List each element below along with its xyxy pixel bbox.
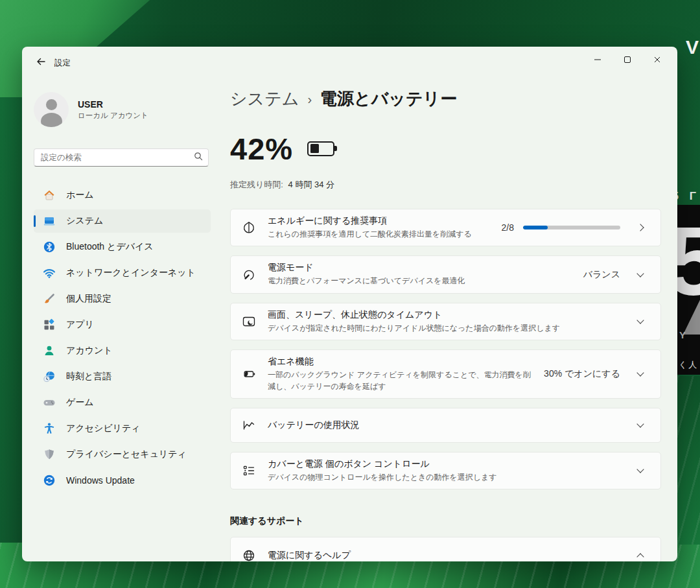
window-controls [583, 47, 672, 74]
bluetooth-icon [43, 241, 56, 253]
search-box[interactable] [34, 148, 209, 167]
apps-icon [43, 318, 56, 331]
background-text: く人 [679, 359, 698, 371]
card-screen-sleep-timeouts[interactable]: 画面、スリープ、休止状態のタイムアウト デバイスが指定された時間にわたりアイドル… [230, 303, 661, 340]
chevron-down-icon [629, 320, 651, 323]
sidebar-item-accounts[interactable]: アカウント [34, 339, 211, 362]
maximize-button[interactable] [612, 47, 642, 74]
screen-sleep-icon [242, 314, 268, 329]
chevron-down-icon [629, 424, 651, 427]
card-battery-usage[interactable]: バッテリーの使用状況 [230, 408, 661, 443]
sidebar-item-apps[interactable]: アプリ [34, 313, 211, 336]
chevron-up-icon [629, 552, 651, 559]
sidebar-item-privacy-security[interactable]: プライバシーとセキュリティ [34, 443, 211, 466]
background-window-fragment: V [686, 36, 699, 58]
breadcrumb-separator-icon: › [307, 91, 312, 107]
sidebar-item-time-language[interactable]: 時刻と言語 [34, 365, 211, 388]
battery-icon [307, 141, 334, 156]
sidebar-item-system[interactable]: システム [34, 209, 211, 233]
sidebar-item-personalization[interactable]: 個人用設定 [34, 287, 211, 311]
home-icon [43, 189, 56, 202]
breadcrumb-system[interactable]: システム [230, 88, 299, 110]
card-energy-recommendations[interactable]: エネルギーに関する推奨事項 これらの推奨事項を適用して二酸化炭素排出量を削減する… [230, 209, 661, 246]
leaf-icon [242, 220, 268, 235]
card-lid-power-button-controls[interactable]: カバーと電源 個のボタン コントロール デバイスの物理コントロールを操作したとき… [230, 452, 661, 489]
battery-estimate: 推定残り時間: 4 時間 34 分 [230, 179, 661, 191]
card-title: 電源モード [268, 262, 576, 274]
card-title: 電源に関するヘルプ [268, 550, 622, 561]
user-name: USER [78, 99, 148, 110]
chevron-down-icon [629, 373, 651, 375]
paintbrush-icon [43, 292, 56, 305]
sidebar-item-label: システム [66, 215, 103, 227]
sidebar-item-label: 個人用設定 [66, 293, 111, 305]
user-account-type: ローカル アカウント [78, 111, 148, 121]
sidebar-item-bluetooth-devices[interactable]: Bluetooth とデバイス [34, 235, 211, 259]
gauge-icon [242, 268, 268, 282]
sidebar-item-label: プライバシーとセキュリティ [66, 449, 187, 460]
sidebar-item-label: アカウント [66, 345, 113, 357]
sidebar-item-accessibility[interactable]: アクセシビリティ [34, 417, 211, 440]
sidebar-item-label: ネットワークとインターネット [66, 267, 196, 279]
background-glyph: Y [679, 329, 686, 340]
card-subtitle: デバイスの物理コントロールを操作したときの動作を選択します [268, 472, 622, 483]
selected-indicator [34, 215, 36, 227]
search-input[interactable] [41, 153, 194, 162]
system-icon [43, 215, 56, 228]
shield-icon [43, 448, 56, 461]
sidebar-item-gaming[interactable]: ゲーム [34, 391, 211, 414]
titlebar: 設定 [22, 47, 677, 79]
search-icon [194, 152, 203, 163]
maximize-icon [624, 54, 631, 66]
back-button[interactable] [31, 54, 51, 71]
wifi-icon [43, 266, 56, 279]
user-account[interactable]: USER ローカル アカウント [34, 92, 211, 127]
main-content: システム › 電源とバッテリー 42% 推定残り時間: 4 時間 34 分 [230, 79, 677, 561]
progress-bar [523, 226, 620, 229]
sidebar-nav: ホーム システム Bluetooth とデバイス [34, 183, 211, 492]
sidebar-item-label: ゲーム [66, 397, 94, 408]
energy-saver-value: 30% でオンにする [544, 368, 620, 380]
estimate-label: 推定残り時間: [230, 180, 283, 189]
minimize-icon [594, 54, 601, 66]
power-mode-value: バランス [583, 269, 620, 281]
card-power-mode[interactable]: 電源モード 電力消費とパフォーマンスに基づいてデバイスを最適化 バランス [230, 255, 661, 293]
card-energy-saver[interactable]: 省エネ機能 一部のバックグラウンド アクティビティを制限することで、電力消費を削… [230, 349, 661, 399]
breadcrumb: システム › 電源とバッテリー [230, 87, 661, 110]
sidebar-item-label: ホーム [66, 189, 94, 201]
related-support-cards: 電源に関するヘルプ [230, 537, 661, 561]
sidebar-item-label: Windows Update [66, 475, 135, 486]
card-subtitle: 電力消費とパフォーマンスに基づいてデバイスを最適化 [268, 276, 576, 287]
settings-cards: エネルギーに関する推奨事項 これらの推奨事項を適用して二酸化炭素排出量を削減する… [230, 209, 661, 489]
card-power-help[interactable]: 電源に関するヘルプ [230, 537, 661, 561]
background-window: 5 Y く人 [677, 205, 700, 375]
chevron-right-icon [629, 225, 651, 230]
sidebar-item-label: Bluetooth とデバイス [66, 241, 154, 253]
window-title: 設定 [54, 58, 71, 69]
back-arrow-icon [36, 56, 46, 69]
estimate-value: 4 時間 34 分 [288, 180, 335, 189]
accessibility-icon [43, 422, 56, 435]
card-subtitle: 一部のバックグラウンド アクティビティを制限することで、電力消費を削減し、バッテ… [268, 370, 536, 392]
avatar [34, 92, 69, 127]
sidebar: USER ローカル アカウント ホーム [22, 79, 230, 561]
sidebar-item-windows-update[interactable]: Windows Update [34, 469, 211, 492]
card-title: 省エネ機能 [268, 356, 536, 368]
card-title: エネルギーに関する推奨事項 [268, 215, 494, 227]
close-icon [653, 54, 661, 66]
settings-window: 設定 USER ローカル アカウント [22, 47, 677, 561]
related-support-heading: 関連するサポート [230, 515, 661, 527]
person-icon [43, 344, 56, 357]
sidebar-item-home[interactable]: ホーム [34, 183, 211, 207]
close-button[interactable] [642, 47, 672, 74]
sidebar-item-network-internet[interactable]: ネットワークとインターネット [34, 261, 211, 285]
card-subtitle: これらの推奨事項を適用して二酸化炭素排出量を削減する [268, 229, 494, 240]
battery-percent: 42% [230, 131, 293, 167]
list-controls-icon [242, 464, 268, 478]
gamepad-icon [43, 396, 56, 409]
globe-icon [242, 548, 268, 561]
minimize-button[interactable] [583, 47, 612, 74]
sidebar-item-label: アクセシビリティ [66, 423, 141, 434]
battery-saver-icon [242, 367, 268, 381]
clock-globe-icon [43, 370, 56, 383]
